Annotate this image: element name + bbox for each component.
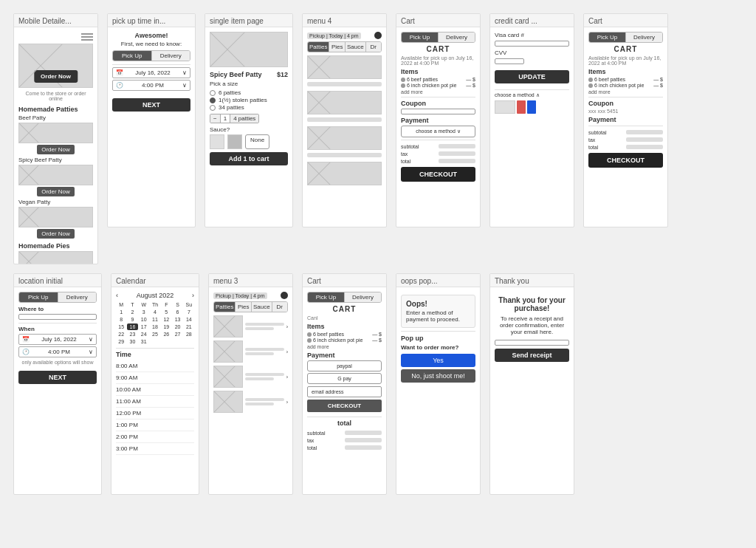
cal-d4[interactable]: 4 [150,309,160,315]
cal-d7[interactable]: 7 [184,309,194,315]
cal-d13[interactable]: 13 [172,316,182,323]
time-8am[interactable]: 8:00 AM [116,360,194,372]
when-label: When [18,326,97,332]
date-select[interactable]: 📅 July 16, 2022 ∨ [112,67,190,78]
order-beef-button[interactable]: Order Now [37,145,75,154]
cal-d2[interactable]: 2 [127,309,137,315]
menu3-sauce-tab[interactable]: Sauce [252,302,272,312]
cart2-delivery-tab[interactable]: Delivery [626,32,662,42]
cal-d14[interactable]: 14 [184,316,194,323]
frame-title-calendar: Calendar [111,274,199,287]
cal-d3[interactable]: 3 [139,309,149,315]
next-button[interactable]: NEXT [112,98,190,112]
cart3-delivery-tab[interactable]: Delivery [345,292,381,302]
menu3-patties-tab[interactable]: Patties [214,302,236,312]
order-vegan-button[interactable]: Order Now [37,229,75,239]
time-2pm[interactable]: 2:00 PM [116,431,194,443]
cart2-pickup-tab[interactable]: Pick Up [589,32,626,42]
paypal-btn[interactable]: paypal [307,360,382,371]
drinks-tab[interactable]: Dr [366,42,381,52]
cal-d1[interactable]: 1 [116,309,126,315]
cal-d21[interactable]: 21 [184,323,194,330]
time-select[interactable]: 🕐 4:00 PM ∨ [112,80,190,91]
increase-btn[interactable]: 4 patties [230,114,258,123]
time-9am[interactable]: 9:00 AM [116,372,194,384]
menu3-drinks-tab[interactable]: Dr [272,302,287,312]
menu3-pies-tab[interactable]: Pies [236,302,251,312]
cart3-pickup-tab[interactable]: Pick Up [308,292,345,302]
pies-tab[interactable]: Pies [329,42,345,52]
email-receipt-input[interactable] [495,340,569,346]
cal-d6[interactable]: 6 [172,309,182,315]
cal-d22[interactable]: 22 [116,331,126,338]
cal-next[interactable]: › [192,292,194,299]
cal-d12[interactable]: 12 [161,316,171,323]
location-next-button[interactable]: NEXT [18,371,97,384]
time-1pm[interactable]: 1:00 PM [116,419,194,431]
add-more-link-2[interactable]: add more [588,89,663,95]
add-more-link-3[interactable]: add more [307,344,382,349]
decrease-btn[interactable]: − [210,114,221,123]
checkout-button-1[interactable]: CHECKOUT [401,167,475,182]
cart-delivery-tab[interactable]: Delivery [439,32,475,42]
cal-d27[interactable]: 27 [172,331,182,338]
time-10am[interactable]: 10:00 AM [116,384,194,396]
loc-pickup-tab[interactable]: Pick Up [19,292,58,302]
cal-d16[interactable]: 16 [127,323,137,330]
cal-d8[interactable]: 8 [116,316,126,323]
order-spicy-button[interactable]: Order Now [37,187,75,196]
cal-d15[interactable]: 15 [116,323,126,330]
loc-delivery-tab[interactable]: Delivery [58,292,97,302]
sauce-tab[interactable]: Sauce [346,42,366,52]
add-more-link[interactable]: add more [401,89,475,95]
cal-d10[interactable]: 10 [139,316,149,323]
cal-d17[interactable]: 17 [139,323,149,330]
cal-d25[interactable]: 25 [150,331,160,338]
cvv-input[interactable] [495,58,524,64]
cal-prev[interactable]: ‹ [116,292,118,299]
cal-d9[interactable]: 9 [127,316,137,323]
cal-d11[interactable]: 11 [150,316,160,323]
sauce-label: Sauce? [210,126,288,133]
cal-d30[interactable]: 30 [127,338,137,345]
none-btn[interactable]: None [245,134,269,149]
cal-d18[interactable]: 18 [150,323,160,330]
frame-cart3: Cart Pick Up Delivery CART CanI Items 6 … [302,273,387,495]
pickup-tab[interactable]: Pick Up [113,51,152,61]
cal-d26[interactable]: 26 [161,331,171,338]
time-12pm[interactable]: 12:00 PM [116,408,194,419]
send-receipt-button[interactable]: Send receipt [495,349,569,362]
time-3pm[interactable]: 3:00 PM [116,443,194,455]
choose-payment-btn[interactable]: choose a method ∨ [401,126,475,137]
location-input[interactable] [18,314,97,320]
no-button[interactable]: No, just shoot me! [401,369,475,383]
cal-d24[interactable]: 24 [139,331,149,338]
visa-input[interactable] [495,41,569,47]
patties-tab[interactable]: Patties [308,42,329,52]
when-date-select[interactable]: 📅 July 16, 2022 ∨ [18,334,97,345]
when-time-select[interactable]: 🕐 4:00 PM ∨ [18,346,97,357]
delivery-tab[interactable]: Delivery [152,51,190,61]
cal-d19[interactable]: 19 [161,323,171,330]
add-to-cart-button[interactable]: Add 1 to cart [210,152,288,165]
time-11am[interactable]: 11:00 AM [116,396,194,408]
gpay-btn[interactable]: G pay [307,373,382,384]
cal-d23[interactable]: 23 [127,331,137,338]
yes-button[interactable]: Yes [401,354,475,367]
checkout-button-3[interactable]: CHECKOUT [307,400,382,412]
frame-calendar: Calendar ‹ August 2022 › M T W Th F S Su… [111,273,199,495]
order-now-button[interactable]: Order Now [34,70,78,83]
vegan-patty-label: Vegan Patty [18,199,93,205]
frame-title-oops: oops pop... [396,274,480,287]
checkout-button-2[interactable]: CHECKOUT [588,153,663,168]
cal-d28[interactable]: 28 [184,331,194,338]
update-button[interactable]: UPDATE [495,70,569,83]
cart-pickup-tab[interactable]: Pick Up [402,32,439,42]
cal-d20[interactable]: 20 [172,323,182,330]
frame-title-cart2: Cart [584,14,667,27]
cal-d31[interactable]: 31 [139,338,149,345]
cal-d29[interactable]: 29 [116,338,126,345]
email-input[interactable]: email address [307,386,382,397]
cal-d5[interactable]: 5 [161,309,171,315]
frame-menu4: menu 4 Pickup | Today | 4 pm Patties Pie… [302,13,387,227]
